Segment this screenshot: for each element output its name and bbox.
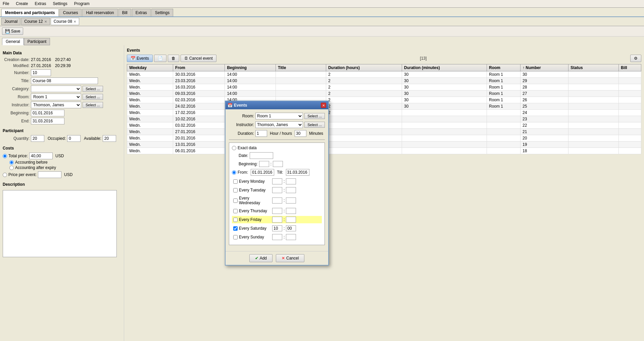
modal-instructor-label: Instructor: — [229, 122, 254, 127]
day-row: Every Friday : — [232, 216, 322, 223]
add-btn-label: Add — [260, 256, 267, 261]
cancel-button[interactable]: ✕ Cancel — [276, 254, 304, 262]
day-label-5: Every Saturday — [239, 226, 271, 231]
modal-minutes-label: Minutes — [309, 131, 323, 136]
day-checkbox-0[interactable] — [233, 179, 238, 184]
modal-icon: 📅 — [228, 103, 233, 108]
cancel-btn-label: Cancel — [286, 256, 299, 261]
day-row: Every Monday : — [232, 178, 322, 185]
day-sep-0: : — [284, 179, 285, 184]
day-row: Every Sunday : — [232, 233, 322, 241]
modal-beginning-label: Beginning: — [239, 162, 258, 166]
modal-duration-minutes-input[interactable] — [295, 130, 306, 137]
exact-data-radio[interactable] — [232, 146, 236, 150]
time-separator: : — [270, 162, 271, 166]
modal-room-select-btn[interactable]: Select ... — [304, 113, 325, 119]
day-checkbox-4[interactable] — [233, 218, 238, 222]
day-row: Every Saturday : — [232, 225, 322, 232]
modal-hours-label: Hour / hours — [270, 131, 292, 136]
days-container: Every Monday : Every Tuesday : Every Wed… — [232, 178, 322, 241]
day-row: Every Wednesday : — [232, 195, 322, 206]
modal-beginning-row: Beginning: : — [239, 161, 322, 167]
modal-date-label: Date: — [239, 153, 248, 158]
day-sep-5: : — [284, 226, 285, 231]
modal-room-label: Room: — [229, 114, 254, 118]
modal-titlebar: 📅 Events ✕ — [226, 101, 328, 109]
exact-data-label: Exact data — [238, 146, 257, 150]
modal-overlay: 📅 Events ✕ Room: Room 1 Select ... Instr… — [0, 0, 644, 341]
modal-beginning-m-input[interactable] — [273, 161, 283, 167]
events-modal: 📅 Events ✕ Room: Room 1 Select ... Instr… — [225, 101, 329, 266]
from-option: From: Till: — [232, 169, 322, 176]
day-sep-6: : — [284, 235, 285, 239]
modal-date-input[interactable] — [250, 152, 273, 159]
modal-instructor-select-btn[interactable]: Select ... — [304, 122, 325, 128]
exact-data-option: Exact data — [232, 146, 322, 150]
day-hour-6[interactable] — [272, 234, 282, 240]
day-checkbox-2[interactable] — [233, 198, 238, 203]
modal-instructor-select[interactable]: Thomson, James — [255, 121, 303, 128]
day-label-4: Every Friday — [239, 217, 271, 222]
day-min-0[interactable] — [286, 178, 296, 184]
cancel-x-icon: ✕ — [282, 256, 285, 261]
day-hour-3[interactable] — [272, 208, 282, 214]
day-label-0: Every Monday — [239, 179, 271, 184]
modal-till-input[interactable] — [286, 169, 309, 176]
modal-room-row: Room: Room 1 Select ... — [229, 113, 325, 119]
day-label-1: Every Tuesday — [239, 188, 271, 192]
day-label-6: Every Sunday — [239, 235, 271, 239]
modal-title-text: Events — [234, 103, 247, 108]
modal-divider — [229, 139, 325, 140]
modal-title: 📅 Events — [228, 103, 247, 108]
modal-duration-label: Duration: — [229, 131, 254, 136]
modal-body: Room: Room 1 Select ... Instructor: Thom… — [226, 109, 328, 251]
modal-from-input[interactable] — [251, 169, 274, 176]
day-checkbox-6[interactable] — [233, 235, 238, 239]
day-hour-2[interactable] — [272, 197, 282, 204]
from-radio[interactable] — [232, 170, 236, 175]
modal-duration-row: Duration: Hour / hours Minutes — [229, 130, 325, 137]
add-button[interactable]: ✔ Add — [249, 254, 273, 262]
day-sep-3: : — [284, 209, 285, 213]
day-min-1[interactable] — [286, 187, 296, 193]
day-checkbox-1[interactable] — [233, 188, 238, 192]
day-min-5[interactable] — [286, 225, 296, 231]
day-label-3: Every Thursday — [239, 209, 271, 213]
modal-room-select[interactable]: Room 1 — [255, 113, 303, 119]
from-label: From: — [238, 170, 248, 175]
day-min-3[interactable] — [286, 208, 296, 214]
day-sep-2: : — [284, 198, 285, 203]
day-hour-0[interactable] — [272, 178, 282, 184]
day-sep-4: : — [284, 217, 285, 222]
modal-instructor-row: Instructor: Thomson, James Select ... — [229, 121, 325, 128]
day-min-4[interactable] — [286, 217, 296, 223]
day-row: Every Tuesday : — [232, 186, 322, 194]
day-label-2: Every Wednesday — [239, 196, 271, 205]
day-hour-1[interactable] — [272, 187, 282, 193]
day-checkbox-3[interactable] — [233, 209, 238, 213]
day-sep-1: : — [284, 188, 285, 192]
modal-close-btn[interactable]: ✕ — [321, 103, 326, 108]
day-min-6[interactable] — [286, 234, 296, 240]
modal-beginning-h-input[interactable] — [259, 161, 269, 167]
day-row: Every Thursday : — [232, 207, 322, 215]
add-icon: ✔ — [255, 256, 258, 261]
modal-duration-hours-input[interactable] — [255, 130, 267, 137]
day-hour-4[interactable] — [272, 217, 282, 223]
modal-date-row: Date: — [239, 152, 322, 159]
modal-datetime-section: Exact data Date: Beginning: : From: — [229, 143, 325, 245]
day-min-2[interactable] — [286, 197, 296, 204]
till-label: Till: — [277, 170, 283, 175]
modal-footer: ✔ Add ✕ Cancel — [226, 251, 328, 265]
day-checkbox-5[interactable] — [233, 226, 238, 231]
day-hour-5[interactable] — [272, 225, 282, 231]
